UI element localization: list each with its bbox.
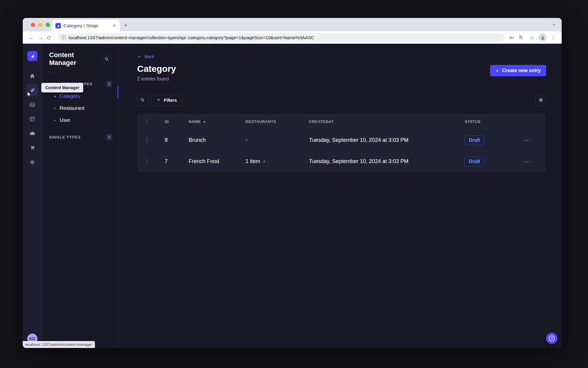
sidebar-item-label: User: [60, 117, 70, 123]
sidebar-item-label: Restaurant: [60, 105, 84, 111]
bullet-icon: [54, 108, 56, 109]
header-status: STATUS: [465, 119, 525, 124]
back-link[interactable]: Back: [137, 54, 154, 59]
tab-title: Category | Strapi: [63, 23, 109, 28]
sidebar-item-restaurant[interactable]: Restaurant: [42, 102, 118, 114]
cell-name: Brunch: [189, 137, 245, 143]
nav-content-manager[interactable]: [26, 84, 38, 96]
filters-label: Filters: [164, 98, 177, 103]
cell-restaurants: -: [245, 137, 309, 143]
question-mark-icon: ?: [549, 335, 555, 341]
single-types-count: 0: [106, 134, 112, 140]
page-info-icon[interactable]: ⓘ: [61, 35, 66, 40]
nav-tooltip: Content Manager: [41, 83, 83, 92]
cell-createdat: Tuesday, September 10, 2024 at 3:03 PM: [309, 158, 465, 165]
browser-back-button[interactable]: ←: [27, 35, 35, 40]
cell-id: 7: [165, 158, 189, 165]
strapi-favicon-icon: [55, 23, 61, 28]
browser-tab[interactable]: Category | Strapi ×: [51, 20, 120, 31]
table-row[interactable]: 8 Brunch - Tuesday, September 10, 2024 a…: [137, 130, 546, 151]
cell-id: 8: [165, 137, 189, 143]
row-actions-menu[interactable]: ⋯: [525, 159, 531, 165]
header-restaurants: RESTAURANTS: [245, 119, 309, 124]
cursor-pointer-icon: [27, 92, 32, 97]
entries-count: 2 entries found: [137, 76, 176, 82]
nav-content-type-builder[interactable]: [26, 113, 38, 125]
header-createdat: CREATEDAT: [309, 119, 465, 124]
nav-settings[interactable]: [26, 156, 38, 168]
browser-window: Category | Strapi × + ← → ⓘ localhost:13…: [23, 18, 562, 348]
sort-asc-icon: ▲: [203, 120, 206, 123]
collection-types-count: 3: [106, 81, 112, 87]
page-title: Category: [137, 64, 176, 74]
header-name-sort[interactable]: NAME ▲: [189, 119, 245, 124]
nav-home[interactable]: [26, 70, 38, 82]
strapi-admin: KD Content Manager COLLECTION TYPES 3 Ca…: [23, 44, 562, 348]
filter-icon: [156, 98, 161, 102]
strapi-logo[interactable]: [27, 51, 37, 61]
tab-search-chevron-icon[interactable]: [551, 22, 557, 27]
single-types-label: SINGLE TYPES: [49, 135, 81, 139]
plus-icon: +: [495, 68, 499, 74]
active-item-indicator: [117, 86, 118, 98]
entries-table: ID NAME ▲ RESTAURANTS CREATEDAT STATUS 8…: [137, 114, 546, 172]
subnav-divider: [49, 73, 58, 73]
back-label: Back: [145, 54, 154, 59]
password-key-icon[interactable]: [509, 35, 517, 41]
filters-button[interactable]: Filters: [151, 95, 182, 106]
sidebar-item-label: Category: [60, 93, 80, 99]
browser-reload-button[interactable]: [46, 35, 54, 40]
select-all-checkbox[interactable]: [147, 118, 147, 124]
bullet-icon: [54, 96, 56, 97]
create-new-entry-button[interactable]: + Create new entry: [490, 65, 546, 76]
row-checkbox[interactable]: [147, 137, 147, 143]
nav-marketplace[interactable]: [26, 142, 38, 154]
browser-profile-avatar[interactable]: [539, 34, 547, 42]
status-badge: Draft: [465, 136, 484, 145]
relations-dropdown[interactable]: 1 item ▼: [245, 158, 266, 165]
row-actions-menu[interactable]: ⋯: [525, 137, 531, 143]
table-header-row: ID NAME ▲ RESTAURANTS CREATEDAT STATUS: [137, 114, 546, 130]
bullet-icon: [54, 120, 56, 121]
bookmark-star-icon[interactable]: ☆: [528, 35, 536, 40]
rail-divider: [27, 66, 37, 66]
help-button[interactable]: ?: [546, 333, 557, 344]
nav-media-library[interactable]: [26, 99, 38, 111]
minimize-window-button[interactable]: [38, 23, 43, 27]
tab-strip: Category | Strapi × +: [23, 18, 562, 31]
traffic-lights: [31, 23, 50, 27]
create-new-entry-label: Create new entry: [502, 68, 541, 73]
caret-down-icon: ▼: [263, 160, 266, 163]
main-nav-rail: KD: [23, 44, 42, 348]
new-tab-button[interactable]: +: [124, 22, 128, 28]
relations-count: 1 item: [245, 158, 260, 165]
subnav-search-button[interactable]: [102, 54, 112, 64]
cell-createdat: Tuesday, September 10, 2024 at 3:03 PM: [309, 137, 465, 143]
address-bar[interactable]: ⓘ localhost:1337/admin/content-manager/c…: [57, 33, 504, 42]
zoom-in-icon[interactable]: [518, 35, 527, 40]
cell-name: French Food: [189, 158, 245, 165]
sidebar-item-user[interactable]: User: [42, 114, 118, 126]
table-row[interactable]: 7 French Food 1 item ▼ Tuesday, Septembe…: [137, 151, 546, 172]
table-search-button[interactable]: [137, 95, 148, 106]
status-badge: Draft: [465, 157, 484, 166]
row-checkbox[interactable]: [147, 159, 147, 164]
link-preview-statusbar: localhost:1337/admin/content-manager: [23, 341, 95, 348]
browser-forward-button[interactable]: →: [37, 35, 45, 40]
view-settings-button[interactable]: [535, 95, 546, 106]
nav-deploy-cloud[interactable]: [26, 127, 38, 139]
zoom-window-button[interactable]: [46, 23, 50, 27]
tab-close-icon[interactable]: ×: [112, 23, 117, 29]
url-text: localhost:1337/admin/content-manager/col…: [69, 35, 314, 40]
subnav-title: Content Manager: [49, 51, 102, 67]
browser-toolbar: ← → ⓘ localhost:1337/admin/content-manag…: [23, 31, 562, 44]
browser-menu-icon[interactable]: ⋮: [549, 35, 557, 40]
header-id: ID: [165, 119, 189, 124]
close-window-button[interactable]: [31, 23, 35, 27]
main-content: Back Category 2 entries found + Create n…: [119, 44, 562, 348]
